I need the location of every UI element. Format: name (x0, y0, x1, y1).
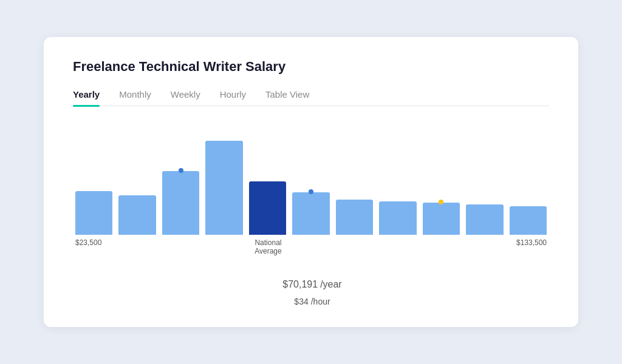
x-label-4 (204, 238, 247, 255)
bar-dot-3 (179, 168, 183, 173)
bar-group-1 (75, 191, 112, 235)
salary-hourly: $34/hour (73, 294, 549, 308)
bar-11[interactable] (510, 206, 547, 235)
bar-5[interactable] (249, 181, 286, 235)
bar-group-2 (118, 195, 156, 235)
bar-dot-9 (439, 200, 443, 204)
x-label-11: $133,500 (504, 238, 547, 255)
tab-yearly[interactable]: Yearly (73, 89, 100, 106)
bar-group-3 (162, 171, 199, 235)
bar-dot-6 (309, 189, 313, 194)
tab-hourly[interactable]: Hourly (220, 89, 246, 106)
bar-group-5 (249, 181, 286, 235)
bar-group-10 (466, 204, 503, 235)
salary-display: $70,191/year $34/hour (73, 270, 549, 308)
chart-area: $23,500National Average$133,500 (73, 126, 549, 259)
bar-group-4 (205, 141, 242, 235)
x-label-8 (375, 238, 419, 255)
x-label-1: $23,500 (75, 238, 118, 255)
bar-3[interactable] (162, 171, 199, 235)
bar-7[interactable] (336, 200, 373, 235)
tab-weekly[interactable]: Weekly (171, 89, 200, 106)
bar-9[interactable] (423, 203, 460, 235)
tab-monthly[interactable]: Monthly (119, 89, 151, 106)
salary-card: Freelance Technical Writer Salary Yearly… (44, 37, 578, 327)
bar-2[interactable] (118, 195, 156, 235)
bar-group-9 (423, 203, 460, 235)
bars-wrapper (73, 126, 549, 235)
tab-table-view[interactable]: Table View (265, 89, 309, 106)
x-labels: $23,500National Average$133,500 (73, 238, 549, 255)
card-title: Freelance Technical Writer Salary (73, 59, 549, 75)
bar-8[interactable] (379, 201, 416, 235)
x-label-3 (161, 238, 204, 255)
salary-yearly: $70,191/year (73, 270, 549, 292)
x-label-6 (290, 238, 333, 255)
bar-group-6 (292, 192, 329, 235)
x-label-9 (418, 238, 461, 255)
tab-bar: Yearly Monthly Weekly Hourly Table View (73, 89, 549, 106)
x-label-2 (118, 238, 162, 255)
x-label-10 (461, 238, 504, 255)
bar-group-7 (336, 200, 373, 235)
x-label-7 (332, 238, 375, 255)
bar-group-8 (379, 201, 416, 235)
bar-10[interactable] (466, 204, 503, 235)
bar-6[interactable] (292, 192, 329, 235)
bar-1[interactable] (75, 191, 112, 235)
bar-4[interactable] (205, 141, 242, 235)
bar-group-11 (510, 206, 547, 235)
x-label-5: National Average (247, 238, 290, 255)
